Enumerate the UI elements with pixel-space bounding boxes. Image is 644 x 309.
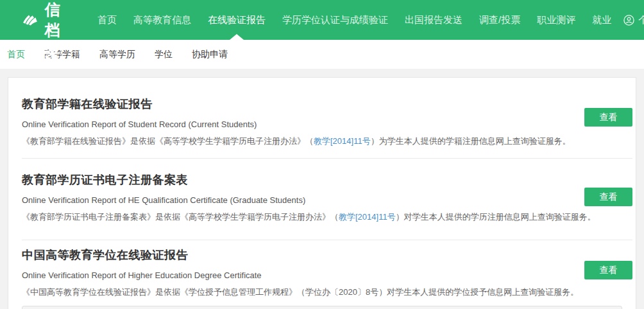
report-card-student-record: 教育部学籍在线验证报告 Online Verification Report o… (22, 78, 632, 158)
description-text: ）对学生本人提供的学历注册信息网上查询验证服务。 (396, 212, 596, 222)
nav-home[interactable]: 首页 (89, 0, 125, 40)
user-menu[interactable]: 个人中心 (620, 0, 644, 40)
regulation-link[interactable]: 教学[2014]11号 (339, 212, 396, 222)
report-card-qualification-certificate: 教育部学历证书电子注册备案表 Online Verification Repor… (22, 158, 632, 240)
card-subtitle: Online Verification Report of HE Qualifi… (22, 195, 632, 206)
card-subtitle: Online Verification Report of Higher Edu… (22, 270, 632, 281)
site-logo[interactable]: 学信档案 (23, 0, 78, 40)
next-section-strip (22, 306, 622, 309)
subnav-degree[interactable]: 学位 (155, 49, 173, 60)
description-text: ）为学生本人提供的学籍注册信息网上查询验证服务。 (371, 136, 571, 146)
main-nav: 首页 高等教育信息 在线验证报告 学历学位认证与成绩验证 出国报告发送 调查/投… (89, 0, 620, 40)
card-title: 教育部学籍在线验证报告 (22, 97, 632, 111)
nav-abroad-report-sending[interactable]: 出国报告发送 (396, 0, 471, 40)
person-circle-icon (623, 15, 634, 26)
description-text: 《教育部学历证书电子注册备案表》是依据《高等学校学生学籍学历电子注册办法》（ (22, 212, 339, 222)
nav-online-verification-report-label: 在线验证报告 (208, 14, 266, 26)
nav-career-assessment[interactable]: 职业测评 (529, 0, 584, 40)
card-description: 《中国高等教育学位在线验证报告》是依据《学位授予信息管理工作规程》（学位办〔20… (22, 287, 632, 297)
report-card-degree-certificate: 中国高等教育学位在线验证报告 Online Verification Repor… (22, 240, 632, 297)
secondary-nav: 首页 高等学籍 高等学历 学位 协助申请 (0, 40, 644, 69)
subnav-qualification[interactable]: 高等学历 (99, 49, 135, 60)
user-menu-label: 个人中心 (638, 14, 644, 26)
view-button[interactable]: 查看 (584, 261, 632, 279)
card-description: 《教育部学历证书电子注册备案表》是依据《高等学校学生学籍学历电子注册办法》（教学… (22, 211, 632, 222)
card-description: 《教育部学籍在线验证报告》是依据《高等学校学生学籍学历电子注册办法》（教学[20… (22, 136, 632, 146)
nav-degree-certification[interactable]: 学历学位认证与成绩验证 (274, 0, 396, 40)
description-text: 《教育部学籍在线验证报告》是依据《高等学校学生学籍学历电子注册办法》（ (22, 136, 314, 146)
nav-online-verification-report[interactable]: 在线验证报告 (199, 0, 274, 40)
subnav-assist-apply[interactable]: 协助申请 (192, 49, 228, 60)
top-header: 学信档案 首页 高等教育信息 在线验证报告 学历学位认证与成绩验证 出国报告发送… (0, 0, 644, 40)
card-title: 教育部学历证书电子注册备案表 (22, 173, 632, 187)
card-subtitle: Online Verification Report of Student Re… (22, 119, 632, 130)
card-title: 中国高等教育学位在线验证报告 (22, 248, 632, 262)
nav-employment[interactable]: 就业 (584, 0, 620, 40)
nav-higher-education-info[interactable]: 高等教育信息 (125, 0, 199, 40)
reports-panel: 教育部学籍在线验证报告 Online Verification Report o… (8, 77, 636, 309)
regulation-link[interactable]: 教学[2014]11号 (314, 136, 371, 146)
page-content: 教育部学籍在线验证报告 Online Verification Report o… (0, 69, 644, 309)
logo-text: 学信档案 (45, 0, 78, 61)
nav-survey-vote[interactable]: 调查/投票 (471, 0, 529, 40)
view-button[interactable]: 查看 (584, 108, 632, 127)
description-text: 《中国高等教育学位在线验证报告》是依据《学位授予信息管理工作规程》（学位办〔20… (22, 287, 579, 297)
view-button[interactable]: 查看 (584, 188, 632, 206)
active-tab-caret-icon (230, 34, 244, 40)
flying-pages-logo-icon (23, 8, 37, 31)
subnav-home[interactable]: 首页 (7, 49, 25, 60)
